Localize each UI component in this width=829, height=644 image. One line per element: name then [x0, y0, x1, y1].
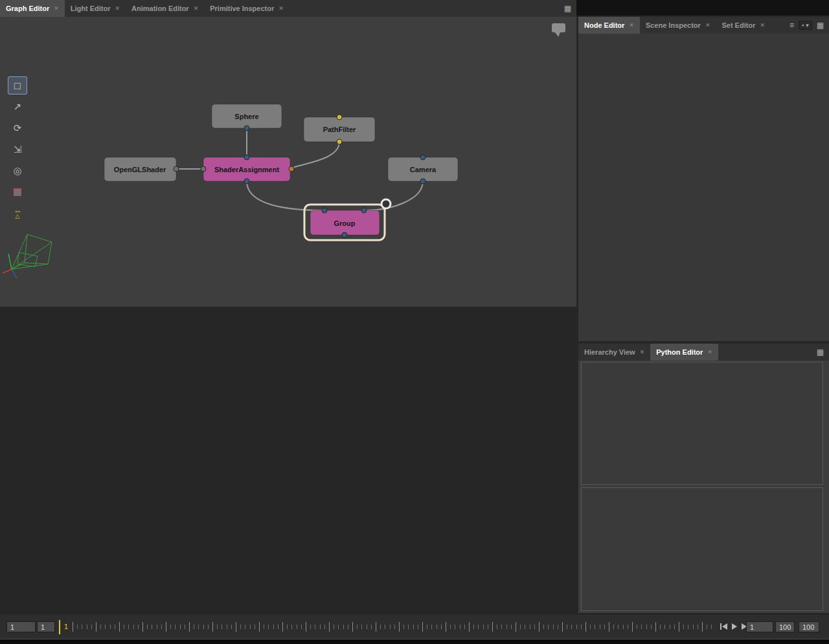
- plug-camera-out[interactable]: [420, 179, 426, 184]
- python-output-area[interactable]: [581, 362, 823, 485]
- camera-gizmo: [1, 228, 61, 287]
- plug-pathfilter-out[interactable]: [337, 139, 342, 144]
- node-label: PathFilter: [323, 126, 356, 133]
- close-tab-icon[interactable]: ✕: [54, 5, 59, 12]
- bottom-right-tabbar: Hierarchy View ✕ Python Editor ✕ ▦: [578, 344, 829, 361]
- layout-grid-icon[interactable]: ▦: [817, 348, 824, 357]
- select-tool[interactable]: ◻: [8, 76, 27, 94]
- bottom-right-panel: Hierarchy View ✕ Python Editor ✕ ▦: [578, 344, 829, 613]
- tab-hierarchy-view[interactable]: Hierarchy View ✕: [578, 344, 650, 361]
- graph-tabbar: Graph Editor ✕ Light Editor ✕ Animation …: [0, 0, 576, 17]
- python-input-area[interactable]: [581, 487, 823, 611]
- crop-window-tool[interactable]: [8, 183, 27, 201]
- wire-pathfilter-shaderassignment[interactable]: [293, 142, 339, 168]
- plug-sphere-out[interactable]: [244, 126, 249, 131]
- close-tab-icon[interactable]: ✕: [760, 22, 765, 28]
- range-end-field[interactable]: 100: [775, 621, 795, 632]
- plug-camera-in[interactable]: [420, 155, 426, 160]
- plug-group-in0[interactable]: [322, 208, 327, 213]
- node-label: ShaderAssignment: [214, 166, 280, 173]
- numeric-bookmark-icon[interactable]: ≡: [789, 21, 794, 30]
- left-horizontal-splitter[interactable]: [0, 304, 576, 306]
- tab-label: Primitive Inspector: [210, 5, 274, 12]
- close-tab-icon[interactable]: ✕: [278, 5, 284, 12]
- close-tab-icon[interactable]: ✕: [707, 349, 712, 355]
- skip-start-button[interactable]: [720, 623, 727, 630]
- rotate-tool-icon: ⟳: [14, 122, 22, 134]
- timeline-scrubber[interactable]: [73, 615, 715, 639]
- tab-scene-inspector[interactable]: Scene Inspector ✕: [640, 17, 716, 34]
- range-start-alt-field[interactable]: 1: [37, 621, 55, 632]
- right-horizontal-splitter[interactable]: [578, 341, 829, 344]
- graph-node-camera[interactable]: Camera: [388, 157, 458, 181]
- tab-label: Node Editor: [584, 21, 624, 29]
- viewer-tools: ◻ ↗ ⟳ ⇲ ◎ ⇔△: [8, 76, 27, 223]
- range-end-alt-value: 100: [802, 623, 814, 631]
- wire-camera-group[interactable]: [365, 181, 423, 210]
- window-edge: [0, 639, 829, 644]
- range-end-alt-field[interactable]: 100: [799, 621, 819, 632]
- translate-tool[interactable]: ↗: [8, 98, 27, 116]
- major-ticks: [73, 622, 715, 632]
- tab-light-editor[interactable]: Light Editor ✕: [65, 0, 126, 17]
- range-end-value: 100: [779, 623, 791, 631]
- graph-node-pathfilter[interactable]: PathFilter: [304, 117, 375, 142]
- plug-shaderassignment-out[interactable]: [244, 179, 249, 184]
- tab-label: Graph Editor: [6, 5, 49, 12]
- plug-shaderassignment-in[interactable]: [244, 155, 249, 160]
- tab-primitive-inspector[interactable]: Primitive Inspector ✕: [204, 0, 290, 17]
- tab-graph-editor[interactable]: Graph Editor ✕: [0, 0, 65, 17]
- playhead-label: 1: [64, 623, 68, 630]
- vertical-splitter[interactable]: [576, 17, 578, 613]
- layout-grid-icon[interactable]: ▦: [564, 4, 571, 13]
- select-tool-icon: ◻: [14, 80, 21, 91]
- plug-group-out[interactable]: [342, 232, 347, 238]
- close-tab-icon[interactable]: ✕: [705, 22, 710, 28]
- scale-tool[interactable]: ⇲: [8, 140, 27, 159]
- chevron-down-icon: ▾: [806, 22, 809, 28]
- wire-shaderassignment-group[interactable]: [247, 181, 323, 210]
- transform-tool[interactable]: ◎: [8, 162, 27, 180]
- crop-window-icon: [14, 188, 21, 196]
- transport-controls: [720, 623, 749, 630]
- node-editor-panel: Node Editor ✕ Scene Inspector ✕ Set Edit…: [578, 17, 829, 341]
- current-frame-field[interactable]: 1: [746, 621, 773, 632]
- close-tab-icon[interactable]: ✕: [115, 5, 120, 12]
- tab-animation-editor[interactable]: Animation Editor ✕: [126, 0, 204, 17]
- graph-node-sphere[interactable]: Sphere: [212, 104, 282, 128]
- graph-node-shaderassignment[interactable]: ShaderAssignment: [203, 157, 290, 181]
- node-label: Group: [334, 219, 356, 227]
- focus-ring-icon[interactable]: [381, 199, 391, 208]
- tab-label: Set Editor: [721, 21, 755, 29]
- layout-grid-icon[interactable]: ▦: [817, 21, 824, 30]
- tab-label: Animation Editor: [131, 5, 189, 12]
- annotation-icon[interactable]: [552, 23, 565, 37]
- scale-tool-icon: ⇲: [14, 144, 22, 155]
- graph-editor-panel: Graph Editor ✕ Light Editor ✕ Animation …: [0, 0, 576, 307]
- tab-node-editor[interactable]: Node Editor ✕: [578, 17, 640, 34]
- plug-shaderassignment-filter[interactable]: [289, 166, 294, 172]
- node-set-dropdown[interactable]: ▪ ▾: [799, 21, 812, 30]
- close-tab-icon[interactable]: ✕: [629, 22, 634, 28]
- camera-tool[interactable]: ⇔△: [8, 205, 27, 223]
- close-tab-icon[interactable]: ✕: [194, 5, 199, 12]
- transform-tool-icon: ◎: [13, 165, 21, 177]
- plug-openglshader-out[interactable]: [174, 166, 179, 172]
- graph-node-group[interactable]: Group: [310, 210, 380, 235]
- rotate-tool[interactable]: ⟳: [8, 119, 27, 137]
- tab-set-editor[interactable]: Set Editor ✕: [716, 17, 771, 34]
- playhead-marker[interactable]: [59, 620, 60, 634]
- plug-pathfilter-in[interactable]: [337, 115, 342, 120]
- node-graph-canvas[interactable]: Sphere PathFilter OpenGLShader ShaderAss…: [0, 17, 576, 307]
- tab-python-editor[interactable]: Python Editor ✕: [650, 344, 718, 361]
- close-tab-icon[interactable]: ✕: [640, 349, 645, 355]
- range-start-field[interactable]: 1: [6, 621, 36, 632]
- node-editor-tabbar: Node Editor ✕ Scene Inspector ✕ Set Edit…: [578, 17, 829, 34]
- node-label: OpenGLShader: [114, 166, 166, 173]
- range-start-alt-value: 1: [41, 623, 45, 631]
- graph-node-openglshader[interactable]: OpenGLShader: [104, 157, 176, 181]
- plug-shaderassignment-shader[interactable]: [201, 166, 206, 172]
- plug-group-in1[interactable]: [361, 208, 367, 213]
- translate-tool-icon: ↗: [14, 101, 22, 113]
- play-button[interactable]: [732, 623, 737, 630]
